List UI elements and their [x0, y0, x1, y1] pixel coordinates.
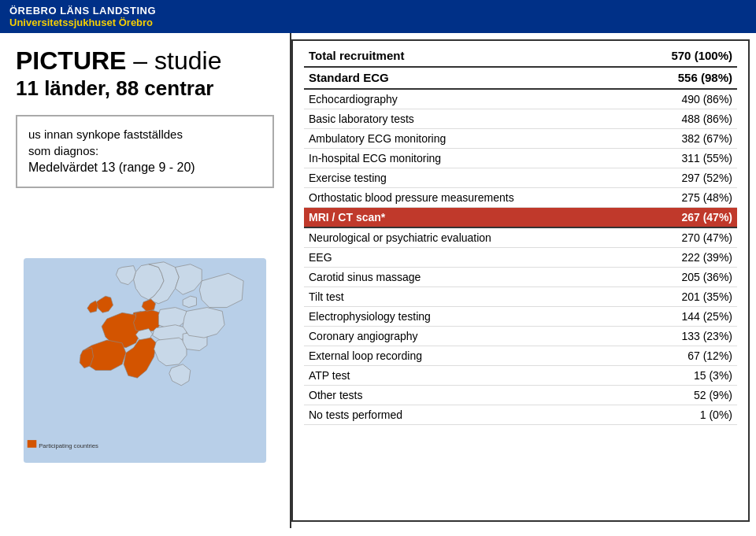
row-label: Ambulatory ECG monitoring	[304, 129, 630, 149]
table-row: No tests performed1 (0%)	[304, 405, 737, 425]
svg-rect-23	[28, 440, 37, 448]
org-name: ÖREBRO LÄNS LANDSTING	[9, 5, 156, 17]
table-row: Neurological or psychiatric evaluation27…	[304, 227, 737, 248]
row-label: No tests performed	[304, 405, 630, 425]
row-label: Basic laboratory tests	[304, 109, 630, 129]
row-value: 133 (23%)	[630, 327, 737, 346]
desc-line2: som diagnos:	[28, 142, 261, 159]
row-value: 382 (67%)	[630, 129, 737, 149]
row-label: External loop recording	[304, 346, 630, 366]
row-value: 201 (35%)	[630, 287, 737, 307]
header-value: 570 (100%)	[630, 46, 737, 67]
table-row: Coronary angiography133 (23%)	[304, 327, 737, 346]
table-row: Other tests52 (9%)	[304, 386, 737, 405]
table-header-row: Total recruitment 570 (100%)	[304, 46, 737, 67]
row-label: In-hospital ECG monitoring	[304, 149, 630, 168]
row-label: MRI / CT scan*	[304, 208, 630, 228]
main-layout: PICTURE – studie 11 länder, 88 centrar u…	[0, 33, 756, 528]
row-value: 556 (98%)	[630, 67, 737, 89]
table-row: Echocardiography490 (86%)	[304, 89, 737, 109]
row-value: 270 (47%)	[630, 227, 737, 248]
table-row: MRI / CT scan*267 (47%)	[304, 208, 737, 228]
table-row: External loop recording67 (12%)	[304, 346, 737, 366]
row-label: ATP test	[304, 366, 630, 386]
row-value: 490 (86%)	[630, 89, 737, 109]
title-rest: – studie	[126, 46, 221, 75]
title-bold: PICTURE	[16, 46, 126, 75]
header-label: Total recruitment	[304, 46, 630, 67]
row-label: Exercise testing	[304, 168, 630, 188]
table-row: ATP test15 (3%)	[304, 366, 737, 386]
row-value: 52 (9%)	[630, 386, 737, 405]
table-row: Electrophysiology testing144 (25%)	[304, 307, 737, 327]
row-value: 15 (3%)	[630, 366, 737, 386]
row-value: 144 (25%)	[630, 307, 737, 327]
picture-title: PICTURE – studie	[16, 47, 274, 75]
data-table: Total recruitment 570 (100%) Standard EC…	[304, 46, 737, 425]
row-label: Echocardiography	[304, 89, 630, 109]
row-label: EEG	[304, 248, 630, 268]
row-value: 67 (12%)	[630, 346, 737, 366]
subtitle-line: 11 länder, 88 centrar	[16, 76, 274, 101]
right-panel-wrapper: Total recruitment 570 (100%) Standard EC…	[291, 33, 756, 528]
table-row: Exercise testing297 (52%)	[304, 168, 737, 188]
desc-medel: Medelvärdet 13 (range 9 - 20)	[28, 159, 261, 176]
description-box: us innan synkope fastställdes som diagno…	[16, 115, 274, 187]
svg-text:Participating countries: Participating countries	[39, 442, 98, 449]
row-label: Standard ECG	[304, 67, 630, 89]
table-row: Orthostatic blood pressure measurements2…	[304, 188, 737, 208]
row-label: Neurological or psychiatric evaluation	[304, 227, 630, 248]
row-label: Tilt test	[304, 287, 630, 307]
row-label: Electrophysiology testing	[304, 307, 630, 327]
table-row: In-hospital ECG monitoring311 (55%)	[304, 149, 737, 168]
row-label: Other tests	[304, 386, 630, 405]
hospital-name: Universitetssjukhuset Örebro	[9, 17, 156, 28]
row-label: Coronary angiography	[304, 327, 630, 346]
row-value: 222 (39%)	[630, 248, 737, 268]
row-value: 297 (52%)	[630, 168, 737, 188]
table-row: Basic laboratory tests488 (86%)	[304, 109, 737, 129]
right-border-box: Total recruitment 570 (100%) Standard EC…	[291, 39, 750, 522]
map-container: Participating countries	[16, 201, 274, 520]
table-row: Ambulatory ECG monitoring382 (67%)	[304, 129, 737, 149]
row-value: 267 (47%)	[630, 208, 737, 228]
table-row: Carotid sinus massage205 (36%)	[304, 268, 737, 287]
table-row: EEG222 (39%)	[304, 248, 737, 268]
row-value: 311 (55%)	[630, 149, 737, 168]
row-value: 488 (86%)	[630, 109, 737, 129]
desc-line1: us innan synkope fastställdes	[28, 126, 261, 142]
europe-map: Participating countries	[23, 258, 267, 463]
row-label: Orthostatic blood pressure measurements	[304, 188, 630, 208]
table-row: Standard ECG556 (98%)	[304, 67, 737, 89]
row-value: 275 (48%)	[630, 188, 737, 208]
left-panel: PICTURE – studie 11 länder, 88 centrar u…	[0, 33, 291, 528]
row-label: Carotid sinus massage	[304, 268, 630, 287]
row-value: 205 (36%)	[630, 268, 737, 287]
row-value: 1 (0%)	[630, 405, 737, 425]
header: ÖREBRO LÄNS LANDSTING Universitetssjukhu…	[0, 0, 756, 33]
table-row: Tilt test201 (35%)	[304, 287, 737, 307]
